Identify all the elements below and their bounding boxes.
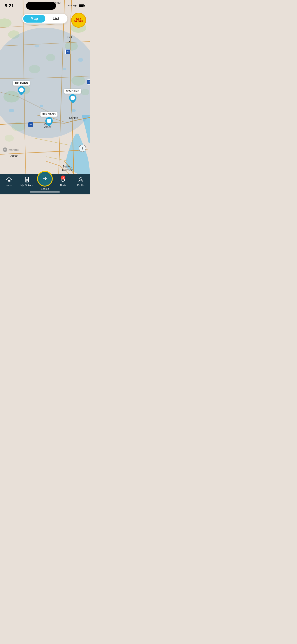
- map-pin-100-cans[interactable]: 100 CANS: [13, 80, 30, 95]
- home-indicator: [30, 192, 60, 192]
- city-adrian: Adrian: [10, 154, 18, 158]
- pickups-icon: [24, 176, 30, 183]
- tab-pickups[interactable]: My Pickups: [18, 176, 36, 186]
- svg-point-12: [29, 65, 40, 73]
- pin-label-100-cans: 100 CANS: [13, 80, 30, 86]
- can-drives-logo[interactable]: Can DRIVES: [71, 13, 86, 28]
- tab-profile[interactable]: Profile: [72, 176, 90, 186]
- tab-home[interactable]: Home: [0, 176, 18, 186]
- logo-can-text: Can: [76, 18, 81, 20]
- pin-icon-395-cans: [45, 117, 53, 126]
- alerts-icon: 2: [60, 176, 66, 183]
- logo-drives-text: DRIVES: [74, 20, 83, 23]
- status-signal: [68, 5, 72, 6]
- svg-point-23: [70, 96, 75, 100]
- svg-point-26: [80, 178, 82, 180]
- profile-icon: [78, 176, 84, 183]
- pin-label-395-cans: 395 CANS: [40, 112, 58, 117]
- mapbox-attribution: ⊙ mapbox: [3, 148, 19, 152]
- highway-75: 75: [87, 80, 90, 84]
- city-flint: Flint: [67, 36, 72, 39]
- alerts-badge: 2: [61, 176, 65, 180]
- search-tab-circle: [37, 171, 53, 186]
- tab-home-label: Home: [6, 184, 12, 186]
- map-toggle-button[interactable]: Map: [23, 15, 45, 22]
- mapbox-logo-icon: ⊙: [3, 148, 7, 152]
- pin-label-305-cans: 305 CANS: [64, 89, 81, 94]
- wifi-icon: [73, 4, 77, 7]
- svg-point-20: [78, 58, 83, 62]
- map-pin-305-cans[interactable]: 305 CANS: [64, 89, 81, 104]
- status-icons: [68, 4, 85, 7]
- pin-icon-305-cans: [69, 94, 76, 104]
- status-notch: [26, 2, 56, 10]
- highway-475: 475: [66, 49, 70, 54]
- map-list-toggle: Map List: [22, 14, 68, 24]
- city-bedford: BedfordTownship: [62, 165, 73, 172]
- list-toggle-button[interactable]: List: [45, 15, 66, 22]
- svg-point-15: [4, 135, 14, 142]
- svg-point-13: [46, 54, 55, 61]
- svg-rect-1: [84, 5, 85, 6]
- svg-point-5: [8, 30, 20, 39]
- svg-point-17: [9, 109, 14, 112]
- pin-icon-100-cans: [18, 86, 25, 95]
- svg-point-19: [62, 68, 66, 70]
- svg-point-24: [47, 118, 51, 123]
- info-button[interactable]: ℹ: [79, 145, 86, 152]
- tab-alerts[interactable]: 2 Alerts: [54, 176, 72, 186]
- battery-icon: [79, 4, 85, 7]
- tab-alerts-label: Alerts: [60, 184, 66, 186]
- map-pin-395-cans[interactable]: 395 CANS: [40, 112, 58, 126]
- mapbox-text: mapbox: [8, 148, 19, 152]
- status-bar: 5:21: [0, 0, 90, 12]
- tab-profile-label: Profile: [77, 184, 84, 186]
- tab-search-label: Search: [41, 188, 49, 190]
- svg-point-16: [40, 105, 43, 107]
- highway-94: 94: [28, 122, 33, 127]
- svg-point-21: [34, 45, 39, 48]
- home-icon: [6, 176, 12, 183]
- city-canton: Canton: [69, 116, 78, 120]
- status-time: 5:21: [4, 3, 14, 8]
- tab-pickups-label: My Pickups: [20, 184, 34, 186]
- tab-search[interactable]: Search: [36, 176, 54, 190]
- svg-point-11: [81, 89, 89, 95]
- svg-point-22: [19, 88, 24, 92]
- tab-bar: Home My Pickups Search: [0, 174, 90, 194]
- svg-rect-2: [79, 5, 84, 7]
- search-icon: [42, 176, 48, 182]
- flint-dot: [69, 41, 70, 42]
